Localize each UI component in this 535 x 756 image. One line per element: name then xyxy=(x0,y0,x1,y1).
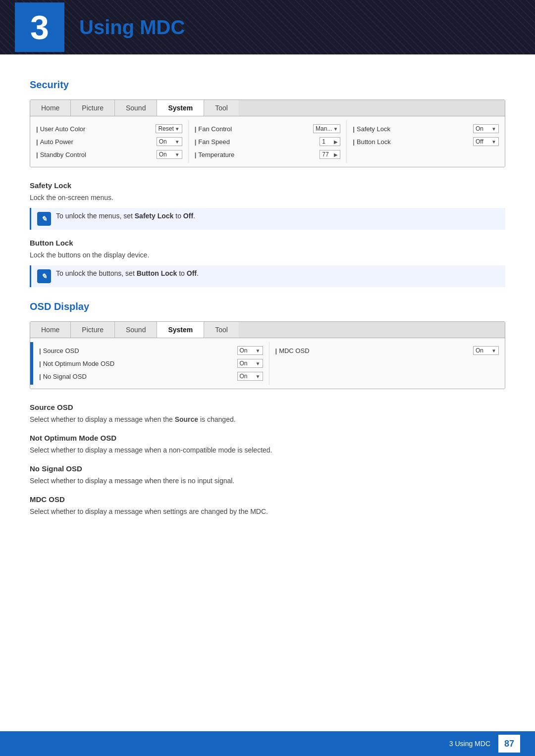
not-optimum-osd-heading: Not Optimum Mode OSD xyxy=(30,434,505,442)
fan-speed-arrow: ▶ xyxy=(334,139,338,145)
mdc-osd-arrow: ▼ xyxy=(491,348,496,353)
tab-sound[interactable]: Sound xyxy=(115,100,157,116)
button-lock-select[interactable]: Off ▼ xyxy=(473,137,499,146)
fan-speed-row: Fan Speed 1 ▶ xyxy=(195,135,341,148)
mdc-osd-label: MDC OSD xyxy=(275,347,474,354)
source-osd-select[interactable]: On ▼ xyxy=(237,346,263,355)
safety-lock-label: Safety Lock xyxy=(353,125,473,133)
safety-lock-arrow: ▼ xyxy=(491,126,496,132)
mdc-osd-value: On xyxy=(476,347,490,354)
safety-lock-note: ✎ To unlock the menus, set Safety Lock t… xyxy=(30,208,505,230)
osd-tab-system[interactable]: System xyxy=(157,322,204,338)
osd-col-1: Source OSD On ▼ Not Optimum Mode OSD On … xyxy=(33,342,269,385)
fan-control-row: Fan Control Man... ▼ xyxy=(195,122,341,135)
temperature-arrow: ▶ xyxy=(334,152,338,157)
chapter-number-box: 3 xyxy=(15,2,64,52)
fan-control-select[interactable]: Man... ▼ xyxy=(313,124,340,133)
tab-tool[interactable]: Tool xyxy=(204,100,239,116)
chapter-number: 3 xyxy=(30,8,49,47)
osd-panel: Home Picture Sound System Tool Source OS… xyxy=(30,321,505,389)
no-signal-osd-value: On xyxy=(240,373,255,380)
header-bar: 3 Using MDC xyxy=(0,0,535,54)
no-signal-osd-body: Select whether to display a message when… xyxy=(30,476,505,486)
osd-panel-body: Source OSD On ▼ Not Optimum Mode OSD On … xyxy=(30,338,505,389)
auto-power-arrow: ▼ xyxy=(175,139,180,145)
no-signal-osd-select[interactable]: On ▼ xyxy=(237,372,263,381)
fan-speed-label: Fan Speed xyxy=(195,138,320,146)
not-optimum-osd-value: On xyxy=(240,360,255,367)
standby-control-value: On xyxy=(159,151,174,158)
fan-control-value: Man... xyxy=(316,125,332,132)
button-lock-row: Button Lock Off ▼ xyxy=(353,135,499,148)
no-signal-osd-row: No Signal OSD On ▼ xyxy=(39,370,263,383)
user-auto-color-arrow: ▼ xyxy=(175,126,180,132)
security-col-1: User Auto Color Reset ▼ Auto Power On ▼ … xyxy=(30,120,189,163)
standby-control-select[interactable]: On ▼ xyxy=(157,150,182,159)
safety-lock-body: Lock the on-screen menus. xyxy=(30,193,505,203)
osd-tab-home[interactable]: Home xyxy=(30,322,71,338)
source-osd-row: Source OSD On ▼ xyxy=(39,344,263,357)
footer: 3 Using MDC 87 xyxy=(0,731,535,756)
standby-control-row: Standby Control On ▼ xyxy=(36,148,182,161)
user-auto-color-row: User Auto Color Reset ▼ xyxy=(36,122,182,135)
source-osd-value: On xyxy=(240,347,255,354)
osd-col-2: MDC OSD On ▼ xyxy=(269,342,505,385)
source-osd-heading: Source OSD xyxy=(30,403,505,411)
source-osd-label: Source OSD xyxy=(39,347,237,354)
page-title: Using MDC xyxy=(79,16,185,39)
not-optimum-osd-select[interactable]: On ▼ xyxy=(237,359,263,368)
safety-lock-note-text: To unlock the menus, set Safety Lock to … xyxy=(56,212,195,220)
user-auto-color-label: User Auto Color xyxy=(36,125,156,133)
tab-system[interactable]: System xyxy=(157,100,204,116)
mdc-osd-select[interactable]: On ▼ xyxy=(473,346,499,355)
temperature-row: Temperature 77 ▶ xyxy=(195,148,341,161)
not-optimum-osd-row: Not Optimum Mode OSD On ▼ xyxy=(39,357,263,370)
footer-text: 3 Using MDC xyxy=(449,740,490,748)
security-tabs: Home Picture Sound System Tool xyxy=(30,100,505,116)
user-auto-color-value: Reset xyxy=(158,125,173,132)
fan-speed-value: 1 xyxy=(322,138,334,145)
temperature-stepper[interactable]: 77 ▶ xyxy=(320,150,340,159)
not-optimum-osd-label: Not Optimum Mode OSD xyxy=(39,360,237,367)
button-lock-value: Off xyxy=(476,138,490,145)
safety-lock-select[interactable]: On ▼ xyxy=(473,124,499,133)
mdc-osd-row: MDC OSD On ▼ xyxy=(275,344,499,357)
source-osd-body: Select whether to display a message when… xyxy=(30,414,505,425)
auto-power-select[interactable]: On ▼ xyxy=(157,137,182,146)
temperature-label: Temperature xyxy=(195,151,320,158)
user-auto-color-select[interactable]: Reset ▼ xyxy=(156,124,182,133)
fan-speed-stepper[interactable]: 1 ▶ xyxy=(320,137,340,146)
not-optimum-osd-body: Select whether to display a message when… xyxy=(30,445,505,455)
footer-page-number: 87 xyxy=(498,735,520,753)
tab-home[interactable]: Home xyxy=(30,100,71,116)
osd-tab-sound[interactable]: Sound xyxy=(115,322,157,338)
not-optimum-osd-arrow: ▼ xyxy=(256,361,261,366)
tab-picture[interactable]: Picture xyxy=(71,100,115,116)
no-signal-osd-arrow: ▼ xyxy=(256,374,261,379)
security-panel-body: User Auto Color Reset ▼ Auto Power On ▼ … xyxy=(30,116,505,167)
security-panel: Home Picture Sound System Tool User Auto… xyxy=(30,100,505,167)
source-osd-arrow: ▼ xyxy=(256,348,261,353)
fan-control-arrow: ▼ xyxy=(333,126,338,132)
button-lock-note: ✎ To unlock the buttons, set Button Lock… xyxy=(30,265,505,287)
auto-power-label: Auto Power xyxy=(36,138,157,146)
button-lock-heading: Button Lock xyxy=(30,239,505,247)
button-lock-label: Button Lock xyxy=(353,138,473,146)
auto-power-row: Auto Power On ▼ xyxy=(36,135,182,148)
button-lock-arrow: ▼ xyxy=(491,139,496,145)
main-content: Security Home Picture Sound System Tool … xyxy=(0,54,535,551)
standby-control-arrow: ▼ xyxy=(175,152,180,157)
security-section-title: Security xyxy=(30,79,505,91)
mdc-osd-body: Select whether to display a message when… xyxy=(30,506,505,517)
security-col-3: Safety Lock On ▼ Button Lock Off ▼ xyxy=(347,120,505,163)
standby-control-label: Standby Control xyxy=(36,151,157,158)
auto-power-value: On xyxy=(159,138,174,145)
safety-lock-value: On xyxy=(476,125,490,132)
osd-tab-picture[interactable]: Picture xyxy=(71,322,115,338)
safety-lock-row: Safety Lock On ▼ xyxy=(353,122,499,135)
security-col-2: Fan Control Man... ▼ Fan Speed 1 ▶ Tempe… xyxy=(189,120,347,163)
osd-section-title: OSD Display xyxy=(30,301,505,312)
mdc-osd-heading: MDC OSD xyxy=(30,495,505,504)
osd-tab-tool[interactable]: Tool xyxy=(204,322,239,338)
button-lock-body: Lock the buttons on the display device. xyxy=(30,250,505,260)
